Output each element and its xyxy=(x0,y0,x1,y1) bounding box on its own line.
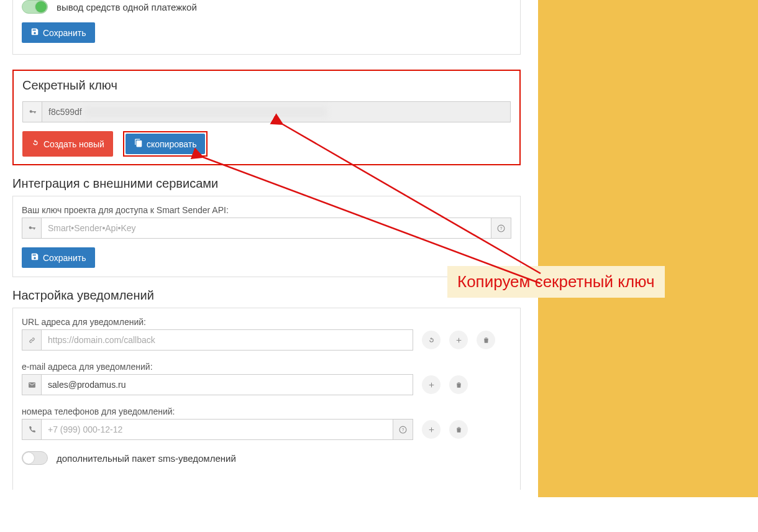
secret-key-value: f8c599df xyxy=(48,107,82,117)
annotation-callout: Копируем секретный ключ xyxy=(447,266,665,298)
save-icon xyxy=(30,27,39,38)
save-icon-integration xyxy=(30,252,39,263)
save-button-integration[interactable]: Сохранить xyxy=(22,247,95,268)
save-button-top[interactable]: Сохранить xyxy=(22,22,95,43)
notify-email-label: e-mail адреса для уведомлений: xyxy=(22,362,511,372)
key-icon-api xyxy=(22,218,42,239)
secret-key-title: Секретный ключ xyxy=(22,78,511,93)
help-icon-phone[interactable]: ? xyxy=(393,419,413,440)
mail-icon xyxy=(22,374,42,395)
key-icon xyxy=(22,101,42,122)
notify-email-input[interactable] xyxy=(42,374,413,395)
save-button-top-label: Сохранить xyxy=(43,28,86,38)
delete-email-button[interactable] xyxy=(449,375,468,394)
copy-key-button[interactable]: скопировать xyxy=(126,134,206,154)
copy-key-label: скопировать xyxy=(147,139,197,149)
add-phone-button[interactable] xyxy=(422,420,441,439)
help-icon-api[interactable]: ? xyxy=(491,218,511,239)
panel-integration: Ваш ключ проекта для доступа к Smart Sen… xyxy=(12,196,521,277)
yellow-band xyxy=(538,0,758,497)
panel-notify: URL адреса для уведомлений: xyxy=(12,308,521,490)
notify-phone-input[interactable] xyxy=(42,419,393,440)
secret-key-input[interactable]: f8c599df xyxy=(42,101,511,122)
copy-icon xyxy=(134,139,143,149)
copy-key-highlight: скопировать xyxy=(123,131,208,157)
add-email-button[interactable] xyxy=(422,375,441,394)
refresh-icon xyxy=(31,139,40,149)
secret-key-blurred xyxy=(84,107,327,117)
toggle-sms-pack[interactable] xyxy=(22,451,48,465)
svg-text:?: ? xyxy=(500,226,503,231)
api-key-label: Ваш ключ проекта для доступа к Smart Sen… xyxy=(22,205,511,215)
secret-key-highlight: Секретный ключ f8c599df Создать новый xyxy=(12,70,521,165)
delete-url-button[interactable] xyxy=(477,331,495,349)
api-key-input[interactable] xyxy=(42,218,491,239)
panel-top-payout: вывод средств одной платежкой Сохранить xyxy=(12,0,521,55)
link-icon xyxy=(22,329,42,351)
secret-key-group: f8c599df xyxy=(22,101,511,122)
svg-text:?: ? xyxy=(402,428,404,432)
notify-phone-label: номера телефонов для уведомлений: xyxy=(22,406,511,416)
toggle-sms-pack-label: дополнительный пакет sms-уведомлений xyxy=(57,453,236,464)
create-new-key-label: Создать новый xyxy=(43,139,104,149)
toggle-single-payout[interactable] xyxy=(22,0,48,14)
phone-icon xyxy=(22,419,42,440)
notify-title: Настройка уведомлений xyxy=(12,288,521,303)
integration-title: Интеграция с внешними сервисами xyxy=(12,177,521,191)
notify-url-label: URL адреса для уведомлений: xyxy=(22,317,511,327)
add-url-button[interactable] xyxy=(449,331,468,349)
delete-phone-button[interactable] xyxy=(449,420,468,439)
refresh-url-button[interactable] xyxy=(422,331,441,349)
notify-url-input[interactable] xyxy=(42,329,413,351)
toggle-single-payout-label: вывод средств одной платежкой xyxy=(57,2,197,12)
save-button-integration-label: Сохранить xyxy=(43,253,86,263)
create-new-key-button[interactable]: Создать новый xyxy=(22,131,113,157)
